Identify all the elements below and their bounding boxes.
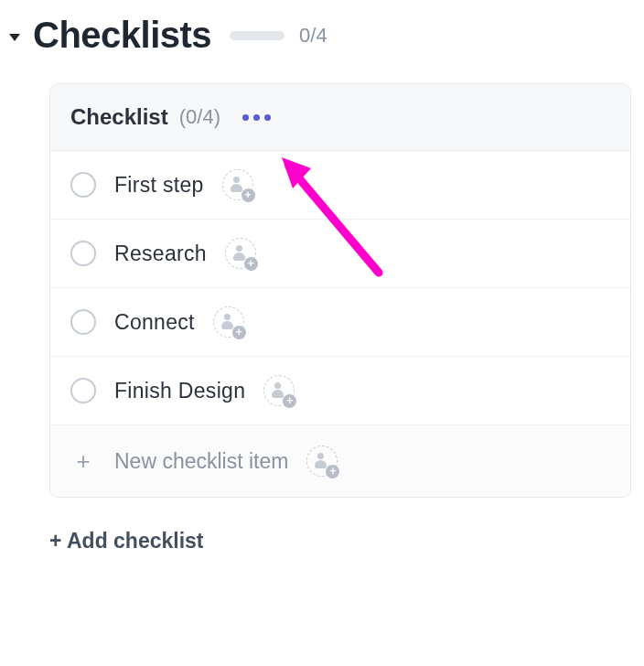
checklist-item-label: First step (114, 173, 204, 198)
checklist-item-label: Research (114, 242, 207, 266)
assign-user-icon[interactable]: + (222, 169, 253, 200)
progress-bar (230, 31, 284, 40)
checklist-item[interactable]: Finish Design + (50, 357, 630, 425)
checklist-item[interactable]: First step + (50, 151, 630, 220)
checklist-card-header: Checklist (0/4) (50, 84, 630, 151)
checklist-title[interactable]: Checklist (70, 104, 168, 130)
assign-user-icon[interactable]: + (306, 446, 338, 477)
new-checklist-item-row[interactable]: + New checklist item + (50, 425, 630, 497)
new-checklist-item-input[interactable]: New checklist item (114, 449, 288, 474)
checklist-item[interactable]: Connect + (50, 288, 630, 357)
checkbox-circle-icon[interactable] (70, 378, 96, 403)
checklist-item-label: Connect (114, 310, 195, 335)
checkbox-circle-icon[interactable] (70, 309, 96, 335)
checklist-card: Checklist (0/4) First step + Research + … (49, 83, 631, 498)
checklist-item-label: Finish Design (114, 379, 245, 403)
add-checklist-button[interactable]: + Add checklist (49, 529, 204, 553)
more-options-icon[interactable] (237, 109, 276, 126)
progress-count: 0/4 (299, 24, 327, 48)
assign-user-icon[interactable]: + (213, 306, 244, 338)
collapse-caret-icon[interactable] (9, 34, 20, 41)
plus-icon: + (70, 449, 96, 473)
section-header: Checklists 0/4 (0, 0, 644, 59)
assign-user-icon[interactable]: + (225, 238, 256, 269)
section-title: Checklists (33, 15, 211, 56)
checkbox-circle-icon[interactable] (70, 241, 96, 266)
assign-user-icon[interactable]: + (263, 375, 295, 406)
checklist-count: (0/4) (179, 105, 220, 129)
checklist-item[interactable]: Research + (50, 220, 630, 288)
checkbox-circle-icon[interactable] (70, 172, 96, 198)
